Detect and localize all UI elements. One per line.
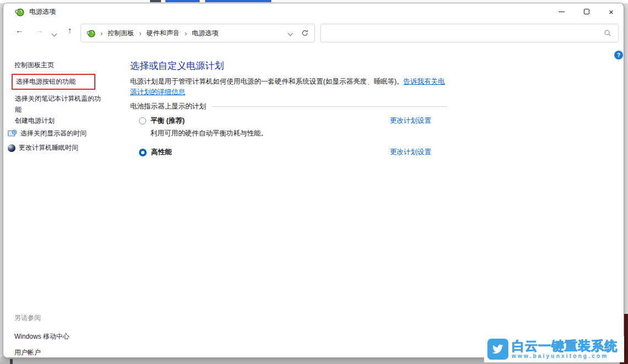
search-icon [604,29,611,37]
power-options-location-icon [87,29,95,37]
background-bottom-mark [10,359,13,364]
intro-paragraph: 电源计划是用于管理计算机如何使用电源的一套硬件和系统设置(如显示器亮度、睡眠等)… [130,77,449,97]
balanced-plan-description: 利用可用的硬件自动平衡功耗与性能。 [151,129,268,138]
change-plan-settings-link-high-performance[interactable]: 更改计划设置 [390,148,431,157]
bird-icon [491,342,505,356]
search-input[interactable] [321,24,604,42]
search-box [320,24,619,42]
titlebar: 电源选项 × [3,3,624,20]
chevron-down-icon [52,31,57,37]
sleep-icon [8,144,15,152]
watermark: 白云一键重装系统 www.baiyunxitong.com [484,336,624,362]
sidebar-item-display-off-time[interactable]: 选择关闭显示器的时间 [8,129,87,138]
minimize-icon [559,12,565,12]
battery-meter-plans-section: 电池指示器上显示的计划 [130,102,447,111]
watermark-logo [487,339,508,360]
power-options-app-icon [15,7,24,17]
sidebar: 控制面板主页 选择电源按钮的功能 选择关闭笔记本计算机盖的功能 创建电源计划 选… [3,45,127,354]
see-also-section: 另请参阅 Windows 移动中心 用户帐户 [14,313,69,357]
navigation-bar: ← → ↑ › 控制面板 › 硬件和声音 › 电源选项 [3,20,624,45]
address-dropdown-button[interactable] [284,27,297,39]
chevron-down-icon [288,31,293,36]
forward-button[interactable]: → [35,25,44,35]
balanced-radio[interactable] [139,117,146,124]
plan-name-balanced[interactable]: 平衡 (推荐) [151,116,185,126]
watermark-url: www.baiyunxitong.com [512,353,618,360]
breadcrumb-separator: › [100,29,103,37]
minimize-button[interactable] [549,3,574,20]
sidebar-item-user-accounts[interactable]: 用户帐户 [14,348,69,357]
display-clock-icon [8,129,17,138]
plan-name-high-performance[interactable]: 高性能 [151,148,172,157]
breadcrumb-control-panel[interactable]: 控制面板 [108,29,134,38]
help-button[interactable]: ? [614,51,623,59]
power-options-window: 电源选项 × ← → ↑ › 控制面板 › 硬件和声音 › 电源选项 [3,3,624,358]
maximize-icon [584,9,589,14]
page-title: 选择或自定义电源计划 [130,59,224,72]
sidebar-item-windows-mobility-center[interactable]: Windows 移动中心 [14,332,69,341]
high-performance-radio[interactable] [139,149,147,156]
background-link-fragment [205,0,271,2]
refresh-button[interactable] [299,28,314,39]
question-mark-icon: ? [617,52,620,58]
plan-row-high-performance: 高性能 更改计划设置 [139,148,431,157]
change-plan-settings-link-balanced[interactable]: 更改计划设置 [390,116,431,126]
refresh-icon [301,29,309,37]
maximize-button[interactable] [574,3,599,20]
breadcrumb-separator: › [139,29,141,37]
back-button[interactable]: ← [15,25,24,35]
window-controls: × [549,3,624,20]
background-icon-fragment [150,0,161,2]
breadcrumb-power-options[interactable]: 电源选项 [192,29,218,38]
window-title: 电源选项 [29,7,56,17]
breadcrumb-hardware-sound[interactable]: 硬件和声音 [147,29,180,38]
watermark-text: 白云一键重装系统 www.baiyunxitong.com [512,339,618,360]
background-link-fragment [165,0,200,2]
section-title: 电池指示器上显示的计划 [130,102,206,111]
intro-text: 电源计划是用于管理计算机如何使用电源的一套硬件和系统设置(如显示器亮度、睡眠等)… [130,78,404,85]
sidebar-item-control-panel-home[interactable]: 控制面板主页 [14,61,54,70]
up-button[interactable]: ↑ [68,25,72,35]
watermark-title: 白云一键重装系统 [512,339,618,353]
sidebar-item-sleep-time[interactable]: 更改计算机睡眠时间 [8,143,78,153]
breadcrumb-separator: › [185,29,187,37]
plan-row-balanced: 平衡 (推荐) 更改计划设置 [139,116,431,126]
sidebar-item-label: 更改计算机睡眠时间 [19,143,78,153]
red-highlight-box: 选择电源按钮的功能 [12,74,95,90]
close-button[interactable]: × [599,3,624,20]
section-divider [212,106,448,107]
sidebar-item-power-button-function[interactable]: 选择电源按钮的功能 [16,77,76,86]
sidebar-item-create-power-plan[interactable]: 创建电源计划 [15,116,55,126]
sidebar-item-lid-close-function[interactable]: 选择关闭笔记本计算机盖的功能 [15,93,105,115]
history-dropdown-button[interactable] [52,28,56,38]
sidebar-item-label: 选择关闭显示器的时间 [20,129,87,138]
address-bar[interactable]: › 控制面板 › 硬件和声音 › 电源选项 [80,24,315,42]
see-also-title: 另请参阅 [14,313,69,323]
close-icon: × [609,8,614,16]
